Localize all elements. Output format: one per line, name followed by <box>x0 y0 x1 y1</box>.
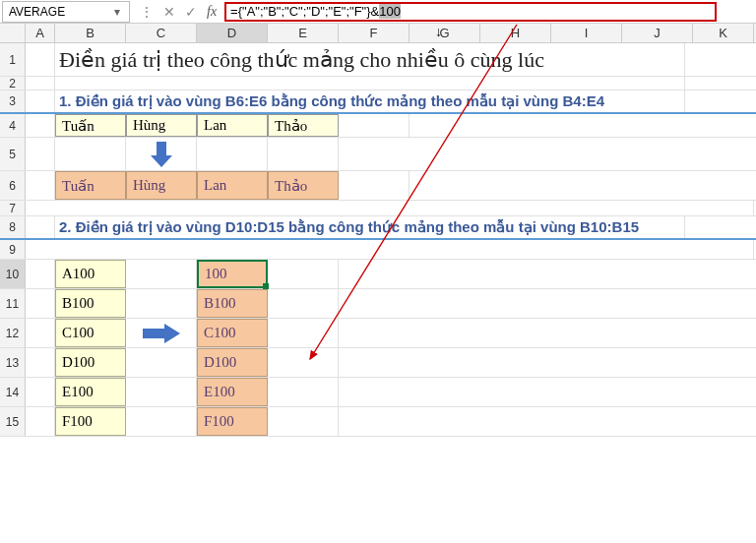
cell-A10[interactable] <box>26 260 55 288</box>
col-header-A[interactable]: A <box>26 24 55 42</box>
cell-B10[interactable]: A100 <box>55 260 126 288</box>
cell-F4[interactable] <box>339 114 410 137</box>
row-4: 4 Tuấn Hùng Lan Thảo <box>0 114 756 138</box>
cell-B4[interactable]: Tuấn <box>55 114 126 137</box>
col-header-H[interactable]: H <box>480 24 551 42</box>
col-header-C[interactable]: C <box>126 24 197 42</box>
cell-C11[interactable] <box>126 289 197 318</box>
cell-A15[interactable] <box>26 407 55 436</box>
row-9: 9 <box>0 240 756 260</box>
row-header-2[interactable]: 2 <box>0 77 26 90</box>
row-header-3[interactable]: 3 <box>0 90 26 112</box>
row-5: 5 <box>0 138 756 171</box>
col-header-J[interactable]: J <box>622 24 693 42</box>
cell-E15[interactable] <box>268 407 339 436</box>
cell-B5[interactable] <box>55 138 126 170</box>
row-header-14[interactable]: 14 <box>0 378 26 406</box>
cell-C15[interactable] <box>126 407 197 436</box>
cell-A12[interactable] <box>26 319 55 347</box>
formula-input[interactable]: ={"A";"B";"C";"D";"E";"F"}&100 <box>224 2 717 22</box>
row-header-7[interactable]: 7 <box>0 201 26 215</box>
cell-D14[interactable]: E100 <box>197 378 268 406</box>
cell-D6[interactable]: Lan <box>197 171 268 200</box>
formula-prefix: ={"A";"B";"C";"D";"E";"F"}& <box>230 4 379 19</box>
row-header-15[interactable]: 15 <box>0 407 26 436</box>
cell-C5[interactable] <box>126 138 197 170</box>
row-header-8[interactable]: 8 <box>0 216 26 238</box>
cell-A5[interactable] <box>26 138 55 170</box>
row-header-13[interactable]: 13 <box>0 348 26 377</box>
name-box[interactable]: AVERAGE ▾ <box>2 1 130 23</box>
col-header-D[interactable]: D <box>197 24 268 42</box>
cell-E11[interactable] <box>268 289 339 318</box>
cell-B13[interactable]: D100 <box>55 348 126 377</box>
col-header-F[interactable]: F <box>339 24 410 42</box>
cell-A14[interactable] <box>26 378 55 406</box>
cell-E6[interactable]: Thảo <box>268 171 339 200</box>
row-header-6[interactable]: 6 <box>0 171 26 200</box>
cell-B3[interactable]: 1. Điền giá trị vào vùng B6:E6 bằng công… <box>55 90 685 112</box>
row-header-1[interactable]: 1 <box>0 43 26 76</box>
cell-D11[interactable]: B100 <box>197 289 268 318</box>
row-header-12[interactable]: 12 <box>0 319 26 347</box>
cell-B8[interactable]: 2. Điền giá trị vào vùng D10:D15 bằng cô… <box>55 216 685 238</box>
cell-E12[interactable] <box>268 319 339 347</box>
row-header-4[interactable]: 4 <box>0 114 26 137</box>
cell-B6[interactable]: Tuấn <box>55 171 126 200</box>
cell-D12[interactable]: C100 <box>197 319 268 347</box>
cell-A13[interactable] <box>26 348 55 377</box>
cell-E10[interactable] <box>268 260 339 288</box>
cell-A8[interactable] <box>26 216 55 238</box>
row-7: 7 <box>0 201 756 216</box>
cell-B11[interactable]: B100 <box>55 289 126 318</box>
cell-E4[interactable]: Thảo <box>268 114 339 137</box>
cell-B14[interactable]: E100 <box>55 378 126 406</box>
expand-icon[interactable]: ⋮ <box>140 4 154 20</box>
row-header-11[interactable]: 11 <box>0 289 26 318</box>
cell-F6[interactable] <box>339 171 410 200</box>
cell-A9[interactable] <box>26 240 754 259</box>
cell-B12[interactable]: C100 <box>55 319 126 347</box>
cell-D5[interactable] <box>197 138 268 170</box>
right-arrow-icon <box>141 323 182 344</box>
cell-D10[interactable]: 100 <box>197 260 268 288</box>
cell-D13[interactable]: D100 <box>197 348 268 377</box>
cell-A2[interactable] <box>26 77 55 90</box>
cell-A6[interactable] <box>26 171 55 200</box>
col-header-K[interactable]: K <box>693 24 754 42</box>
cell-D4[interactable]: Lan <box>197 114 268 137</box>
name-box-dropdown-icon[interactable]: ▾ <box>111 5 123 19</box>
cell-C4[interactable]: Hùng <box>126 114 197 137</box>
cell-B1[interactable]: Điền giá trị theo công thức mảng cho nhi… <box>55 43 685 76</box>
row-header-10[interactable]: 10 <box>0 260 26 288</box>
cell-A11[interactable] <box>26 289 55 318</box>
col-header-G[interactable]: G <box>410 24 480 42</box>
cell-C6[interactable]: Hùng <box>126 171 197 200</box>
cell-E5[interactable] <box>268 138 339 170</box>
cell-A1[interactable] <box>26 43 55 76</box>
confirm-icon[interactable]: ✓ <box>185 4 197 20</box>
cell-B15[interactable]: F100 <box>55 407 126 436</box>
cell-B2[interactable] <box>55 77 685 90</box>
cell-C10[interactable] <box>126 260 197 288</box>
cell-E14[interactable] <box>268 378 339 406</box>
cell-C12[interactable] <box>126 319 197 347</box>
col-header-E[interactable]: E <box>268 24 339 42</box>
col-header-B[interactable]: B <box>55 24 126 42</box>
cell-D15[interactable]: F100 <box>197 407 268 436</box>
cell-A4[interactable] <box>26 114 55 137</box>
select-all-corner[interactable] <box>0 24 26 42</box>
col-header-I[interactable]: I <box>551 24 622 42</box>
cell-C14[interactable] <box>126 378 197 406</box>
cell-E13[interactable] <box>268 348 339 377</box>
spreadsheet-grid: 1 Điền giá trị theo công thức mảng cho n… <box>0 43 756 437</box>
cell-A3[interactable] <box>26 90 55 112</box>
row-header-5[interactable]: 5 <box>0 138 26 170</box>
cell-A7[interactable] <box>26 201 754 215</box>
formula-bar: AVERAGE ▾ ⋮ ✕ ✓ fx ={"A";"B";"C";"D";"E"… <box>0 0 756 24</box>
cell-C13[interactable] <box>126 348 197 377</box>
cancel-icon[interactable]: ✕ <box>163 4 175 20</box>
row-10: 10 A100 100 <box>0 260 756 289</box>
fx-icon[interactable]: fx <box>207 4 217 20</box>
row-header-9[interactable]: 9 <box>0 240 26 259</box>
